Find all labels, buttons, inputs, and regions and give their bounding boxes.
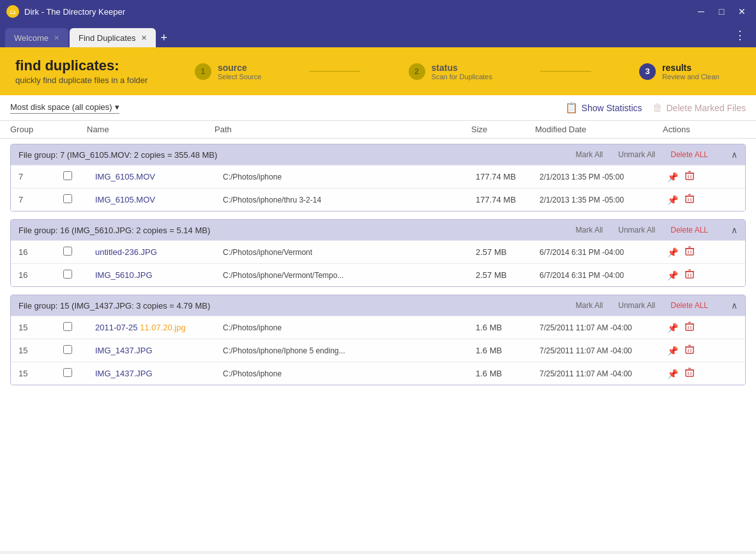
wizard-step-1[interactable]: 1 source Select Source (195, 63, 261, 81)
wizard-step-2[interactable]: 2 status Scan for Duplicates (409, 63, 492, 81)
wizard-step-separator-2 (540, 71, 591, 72)
app-title: Dirk - The Directory Keeper (24, 7, 125, 17)
row-checkbox[interactable] (63, 194, 95, 205)
minimize-button[interactable]: ─ (693, 4, 709, 19)
row-checkbox[interactable] (63, 368, 95, 379)
delete-marked-icon: 🗑 (653, 102, 663, 114)
app-icon: 🗂 (6, 5, 19, 18)
row-group-num: 15 (19, 369, 63, 378)
col-size: Size (471, 125, 535, 134)
title-bar: 🗂 Dirk - The Directory Keeper ─ □ ✕ (0, 0, 756, 23)
collapse-button-group16[interactable]: ∧ (731, 225, 737, 235)
row-path: C:/Photos/iphone (223, 173, 476, 181)
row-size: 177.74 MB (476, 195, 540, 204)
close-button[interactable]: ✕ (734, 4, 750, 19)
wizard-step-separator-1 (309, 71, 360, 72)
delete-row-icon[interactable] (684, 269, 695, 281)
pin-icon[interactable]: 📌 (667, 270, 678, 281)
row-path: C:/Photos/iphone/Vermont/Tempo... (223, 271, 476, 280)
mark-all-button-group7[interactable]: Mark All (576, 150, 603, 159)
delete-marked-label: Delete Marked Files (667, 103, 746, 113)
maximize-button[interactable]: □ (714, 4, 729, 19)
row-filename: IMG_6105.MOV (95, 172, 223, 181)
col-name: Name (87, 125, 215, 134)
row-checkbox[interactable] (63, 322, 95, 333)
table-header: Group Name Path Size Modified Date Actio… (0, 121, 756, 139)
row-group-num: 7 (19, 172, 63, 181)
row-date: 7/25/2011 11:07 AM -04:00 (540, 323, 667, 332)
pin-icon[interactable]: 📌 (667, 346, 678, 356)
tab-find-duplicates[interactable]: Find Duplicates ✕ (70, 28, 156, 47)
svg-rect-0 (686, 173, 693, 180)
pin-icon[interactable]: 📌 (667, 247, 678, 258)
delete-row-icon[interactable] (684, 344, 695, 357)
wizard-step-3-sublabel: Review and Clean (662, 73, 719, 81)
row-date: 7/25/2011 11:07 AM -04:00 (540, 369, 667, 378)
row-date: 7/25/2011 11:07 AM -04:00 (540, 346, 667, 355)
unmark-all-button-group16[interactable]: Unmark All (618, 226, 655, 235)
tab-menu-button[interactable]: ⋮ (729, 26, 751, 45)
row-actions: 📌 (667, 367, 737, 380)
row-size: 1.6 MB (476, 346, 540, 355)
pin-icon[interactable]: 📌 (667, 172, 678, 182)
wizard-step-3-label: results (662, 63, 719, 73)
row-actions: 📌 (667, 246, 737, 258)
delete-marked-button[interactable]: 🗑 Delete Marked Files (653, 102, 746, 114)
delete-row-icon[interactable] (684, 246, 695, 258)
col-date: Modified Date (535, 125, 663, 134)
row-actions: 📌 (667, 344, 737, 357)
row-checkbox[interactable] (63, 345, 95, 356)
row-date: 6/7/2014 6:31 PM -04:00 (540, 271, 667, 280)
list-area[interactable]: File group: 7 (IMG_6105.MOV: 2 copies = … (0, 139, 756, 551)
row-path: C:/Photos/iphone (223, 369, 476, 378)
row-path: C:/Photos/iphone/Iphone 5 ending... (223, 346, 476, 355)
svg-rect-15 (686, 272, 693, 278)
tab-welcome-close[interactable]: ✕ (54, 34, 59, 42)
pin-icon[interactable]: 📌 (667, 369, 678, 379)
wizard-step-3[interactable]: 3 results Review and Clean (639, 63, 719, 81)
wizard-step-1-label: source (218, 63, 261, 73)
mark-all-button-group16[interactable]: Mark All (576, 226, 603, 235)
row-group-num: 7 (19, 195, 63, 204)
pin-icon[interactable]: 📌 (667, 195, 678, 205)
delete-row-icon[interactable] (684, 367, 695, 380)
row-actions: 📌 (667, 269, 737, 281)
wizard-step-2-sublabel: Scan for Duplicates (432, 73, 492, 81)
unmark-all-button-group15[interactable]: Unmark All (618, 301, 655, 310)
col-path: Path (215, 125, 471, 134)
delete-row-icon[interactable] (684, 171, 695, 183)
row-group-num: 16 (19, 270, 63, 280)
pin-icon[interactable]: 📌 (667, 323, 678, 333)
row-group-num: 16 (19, 247, 63, 257)
tab-welcome[interactable]: Welcome ✕ (5, 28, 68, 47)
collapse-button-group15[interactable]: ∧ (731, 300, 737, 311)
row-path: C:/Photos/iphone/thru 3-2-14 (223, 196, 476, 204)
row-checkbox[interactable] (63, 171, 95, 182)
row-checkbox[interactable] (63, 247, 95, 258)
group-header-group15: File group: 15 (IMG_1437.JPG: 3 copies =… (11, 295, 745, 316)
row-group-num: 15 (19, 346, 63, 355)
wizard-step-2-num: 2 (409, 63, 425, 80)
table-row: 16untitled-236.JPGC:/Photos/iphone/Vermo… (11, 240, 745, 263)
tab-add-button[interactable]: + (157, 31, 172, 45)
row-date: 6/7/2014 6:31 PM -04:00 (540, 248, 667, 257)
tab-find-duplicates-close[interactable]: ✕ (141, 34, 147, 42)
svg-rect-10 (686, 249, 693, 255)
unmark-all-button-group7[interactable]: Unmark All (618, 150, 655, 159)
tab-welcome-label: Welcome (14, 33, 49, 43)
delete-row-icon[interactable] (684, 321, 695, 334)
row-size: 177.74 MB (476, 172, 540, 181)
row-actions: 📌 (667, 321, 737, 334)
delete-row-icon[interactable] (684, 194, 695, 206)
table-row: 15IMG_1437.JPGC:/Photos/iphone1.6 MB7/25… (11, 362, 745, 385)
delete-all-button-group15[interactable]: Delete ALL (670, 301, 708, 310)
collapse-button-group7[interactable]: ∧ (731, 150, 737, 160)
delete-all-button-group16[interactable]: Delete ALL (670, 226, 708, 235)
table-row: 152011-07-25 11.07.20.jpgC:/Photos/iphon… (11, 316, 745, 339)
show-stats-button[interactable]: 📋 Show Statistics (565, 102, 642, 114)
sort-dropdown[interactable]: Most disk space (all copies) ▾ (10, 102, 119, 114)
delete-all-button-group7[interactable]: Delete ALL (670, 150, 708, 159)
row-checkbox[interactable] (63, 270, 95, 281)
col-actions: Actions (663, 125, 733, 134)
mark-all-button-group15[interactable]: Mark All (576, 301, 603, 310)
